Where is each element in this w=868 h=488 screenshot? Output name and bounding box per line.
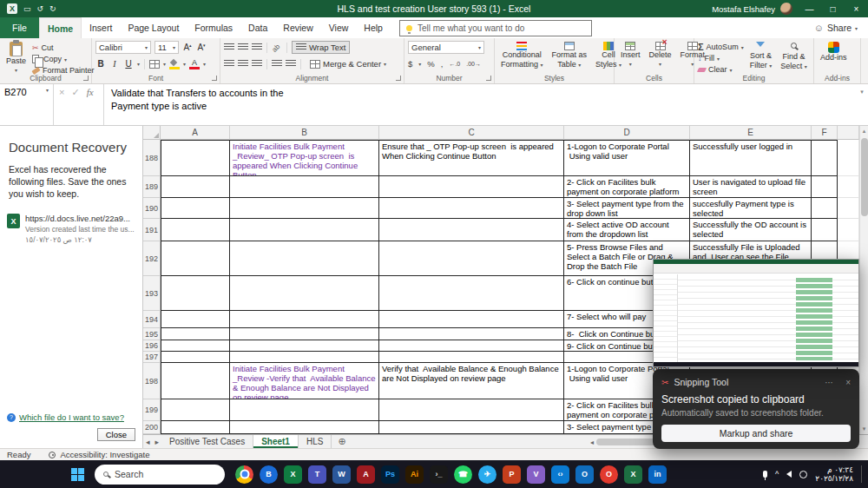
cell-A189[interactable] xyxy=(161,176,230,198)
cell-A190[interactable] xyxy=(161,198,230,219)
ribbon-tab-home[interactable]: Home xyxy=(39,17,82,38)
cell-A195[interactable] xyxy=(161,328,230,340)
cell-B188[interactable]: Initiate Facilities Bulk Payment _Review… xyxy=(230,140,379,176)
currency-format-button[interactable]: $ xyxy=(408,59,412,69)
word-icon[interactable]: W xyxy=(332,465,351,484)
row-header-200[interactable]: 200 xyxy=(143,421,161,434)
avatar[interactable] xyxy=(780,3,792,15)
cell-D191[interactable]: 4- Select active OD account from the dro… xyxy=(564,219,690,241)
excel-2-icon[interactable]: X xyxy=(624,465,642,484)
cell-C191[interactable] xyxy=(379,219,564,241)
font-color-button[interactable]: A xyxy=(189,59,200,69)
cell-C193[interactable] xyxy=(379,276,564,311)
paste-button[interactable]: Paste ▾ xyxy=(3,41,29,74)
sheet-tab-hls[interactable]: HLS xyxy=(299,435,332,448)
markup-share-button[interactable]: Markup and share xyxy=(661,425,851,442)
cell-rest-188[interactable] xyxy=(838,140,859,176)
start-button[interactable] xyxy=(71,468,84,481)
increase-decimal-button[interactable]: ←.0 xyxy=(449,61,460,67)
cell-A193[interactable] xyxy=(161,276,230,311)
merge-center-button[interactable]: Merge & Center▾ xyxy=(306,57,391,70)
row-header-190[interactable]: 190 xyxy=(143,198,161,219)
cut-button[interactable]: ✂Cut xyxy=(32,43,95,53)
cell-B198[interactable]: Initiate Facilities Bulk Payment _Review… xyxy=(230,363,379,399)
scroll-thumb[interactable] xyxy=(861,138,868,216)
microphone-icon[interactable] xyxy=(763,471,767,478)
clipboard-dialog-launcher[interactable] xyxy=(83,76,89,81)
undo-icon[interactable]: ↺ xyxy=(37,4,44,13)
delete-cells-button[interactable]: Delete ▾ xyxy=(647,41,674,68)
row-header-194[interactable]: 194 xyxy=(143,311,161,328)
cell-C198[interactable]: Verify that Available Balance & Enough B… xyxy=(379,363,564,399)
cell-A200[interactable] xyxy=(161,421,230,434)
cell-F188[interactable] xyxy=(812,140,838,176)
ribbon-tab-review[interactable]: Review xyxy=(275,17,320,38)
percent-format-button[interactable]: % xyxy=(427,59,434,69)
restore-button[interactable]: □ xyxy=(821,0,845,17)
vertical-scrollbar[interactable]: ▴ ▾ xyxy=(859,126,868,434)
cell-C200[interactable] xyxy=(379,421,564,434)
italic-button[interactable]: I xyxy=(109,59,120,69)
recovered-file-name[interactable]: https://d.docs.live.net/22a9... xyxy=(25,214,135,223)
save-icon[interactable]: ▭ xyxy=(23,4,31,13)
row-header-199[interactable]: 199 xyxy=(143,399,161,421)
show-desktop-button[interactable] xyxy=(861,465,864,483)
cell-C199[interactable] xyxy=(379,399,564,421)
row-header-188[interactable]: 188 xyxy=(143,140,161,176)
font-dialog-launcher[interactable] xyxy=(212,76,217,81)
which-file-link[interactable]: Which file do I want to save? xyxy=(19,412,124,422)
formula-bar-collapse-icon[interactable]: ▾ xyxy=(856,84,868,125)
borders-button[interactable] xyxy=(149,60,160,69)
enter-icon[interactable]: ✓ xyxy=(71,87,79,98)
toast-more-icon[interactable]: ⋯ xyxy=(825,378,833,387)
column-header-rest[interactable] xyxy=(838,126,859,140)
fill-button[interactable]: ↓Fill▾ xyxy=(698,53,744,63)
cell-F189[interactable] xyxy=(812,176,838,198)
cell-rest-190[interactable] xyxy=(838,198,859,219)
cell-C188[interactable]: Ensure that _ OTP Pop-up screen is appea… xyxy=(379,140,564,176)
ribbon-tab-page-layout[interactable]: Page Layout xyxy=(120,17,187,38)
column-header-C[interactable]: C xyxy=(379,126,564,140)
cell-D188[interactable]: 1-Logon to Corporate Portal Using valid … xyxy=(564,140,690,176)
illustrator-icon[interactable]: Ai xyxy=(405,465,424,484)
terminal-icon[interactable]: ›_ xyxy=(430,465,448,484)
cell-B196[interactable] xyxy=(230,340,379,352)
cell-A199[interactable] xyxy=(161,399,230,421)
comma-format-button[interactable]: , xyxy=(441,59,444,69)
whatsapp-icon[interactable]: ☎ xyxy=(454,465,472,484)
cell-B192[interactable] xyxy=(230,241,379,276)
fill-color-button[interactable] xyxy=(169,59,180,69)
cell-C192[interactable] xyxy=(379,241,564,276)
user-name[interactable]: Mostafa Elshafey xyxy=(712,4,775,14)
cell-E191[interactable]: Successfully the OD account is selected xyxy=(690,219,812,241)
scroll-left-icon[interactable]: ◂ xyxy=(590,439,594,446)
cell-D189[interactable]: 2- Click on Facilites bulk payment on co… xyxy=(564,176,690,198)
column-header-B[interactable]: B xyxy=(230,126,379,140)
align-middle-icon[interactable] xyxy=(238,43,248,51)
increase-indent-icon[interactable] xyxy=(286,60,296,68)
recovered-file-item[interactable]: X https://d.docs.live.net/22a9... Versio… xyxy=(7,214,135,244)
cancel-icon[interactable]: × xyxy=(59,87,64,97)
cell-B194[interactable] xyxy=(230,311,379,328)
row-header-189[interactable]: 189 xyxy=(143,176,161,198)
insert-cells-button[interactable]: Insert ▾ xyxy=(618,41,643,68)
formula-input[interactable]: Validate that Transfers to accounts in t… xyxy=(104,84,856,125)
cell-A197[interactable] xyxy=(161,352,230,363)
insert-function-icon[interactable]: fx xyxy=(87,87,94,97)
grow-font-button[interactable]: A▴ xyxy=(182,43,193,52)
excel-icon[interactable]: X xyxy=(284,465,302,484)
row-header-195[interactable]: 195 xyxy=(143,328,161,340)
outlook-icon[interactable]: O xyxy=(575,465,594,484)
sheet-tab-sheet1[interactable]: Sheet1 xyxy=(253,435,299,448)
select-all-corner[interactable] xyxy=(143,126,161,140)
redo-icon[interactable]: ↻ xyxy=(49,4,56,13)
access-icon[interactable]: A xyxy=(357,465,375,484)
share-button[interactable]: ☺ Share ▾ xyxy=(814,23,858,33)
close-pane-button[interactable]: Close xyxy=(97,428,135,441)
align-left-icon[interactable] xyxy=(224,60,234,68)
row-header-198[interactable]: 198 xyxy=(143,363,161,399)
alignment-dialog-launcher[interactable] xyxy=(396,76,401,81)
orientation-button[interactable]: ab xyxy=(271,41,284,54)
bold-button[interactable]: B xyxy=(95,59,106,69)
cell-B200[interactable] xyxy=(230,421,379,434)
